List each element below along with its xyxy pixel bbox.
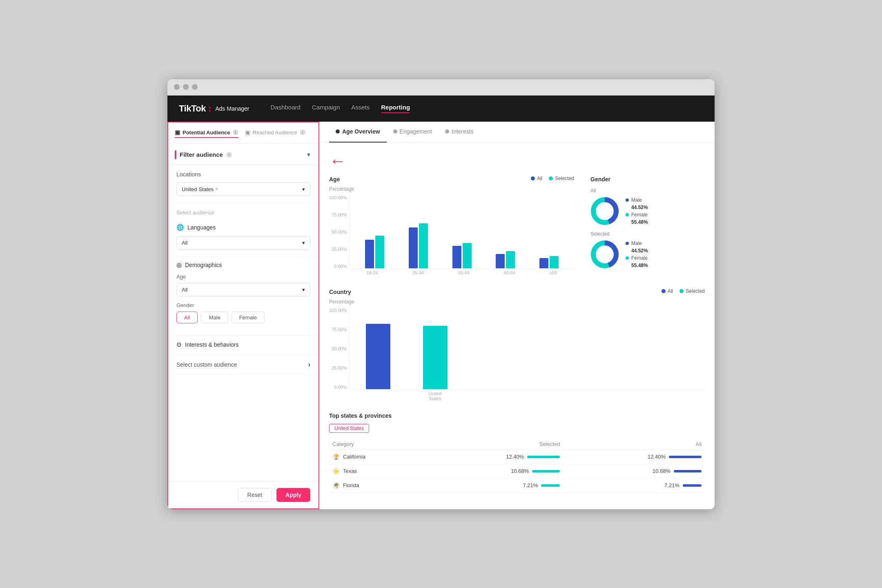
flag-california: 🏆 (332, 453, 340, 461)
bar-selected-55 (550, 256, 559, 268)
bar-selected-18-24 (375, 236, 384, 268)
bar-all-55 (539, 258, 548, 268)
x-label-18-24: 18-24 (366, 270, 378, 275)
male-pct-selected: 44.52% (631, 248, 648, 254)
reached-info-icon[interactable]: i (300, 129, 305, 135)
gender-all-label: All (590, 188, 705, 194)
x-label-35-44: 35-44 (458, 270, 470, 275)
gender-all-button[interactable]: All (176, 312, 198, 323)
bar-all-25-34 (409, 227, 418, 268)
female-pct-selected: 55.48% (631, 263, 648, 268)
tab-reached-audience[interactable]: ▣ Reached Audience i (245, 127, 305, 138)
interests-header[interactable]: ⊙ Interests & behaviors (176, 341, 310, 348)
demographics-header: ◎ Demographics (176, 261, 310, 269)
legend-all: All (531, 176, 542, 181)
potential-info-icon[interactable]: i (233, 129, 238, 135)
gender-sub-section: Gender All Male Female (176, 302, 310, 323)
age-dropdown[interactable]: All ▾ (176, 283, 310, 296)
content-tabs: Age Overview Engagement Interests (319, 122, 715, 143)
country-chart-area: Country All Selected Percen (329, 288, 705, 401)
male-dot-all (626, 198, 629, 202)
sidebar-footer: Reset Apply (168, 481, 318, 508)
states-tag[interactable]: United States (329, 424, 369, 433)
bar-all-18-24 (365, 240, 374, 268)
bar-selected-45-54 (506, 251, 515, 268)
sidebar: ▣ Potential Audience i ▣ Reached Audienc… (167, 122, 319, 509)
country-chart-title: Country (329, 289, 351, 295)
gender-female-button[interactable]: Female (232, 312, 265, 323)
gender-all-donut-row: Male 44.52% Female 55.48% (590, 197, 705, 225)
bar-group-18-24 (353, 236, 396, 268)
nav-reporting[interactable]: Reporting (381, 104, 410, 113)
country-x-axis: United States (349, 390, 705, 401)
languages-dropdown[interactable]: All ▾ (176, 236, 310, 249)
age-chart-title: Age (329, 176, 340, 183)
col-category: Category (329, 439, 422, 450)
filter-info-icon[interactable]: i (226, 152, 232, 158)
bar-group-25-34 (396, 223, 440, 268)
gender-male-button[interactable]: Male (201, 312, 228, 323)
legend-female-selected: Female (626, 255, 648, 261)
female-pct-all: 55.48% (631, 219, 648, 225)
nav-bar: TikTok : Ads Manager Dashboard Campaign … (167, 96, 715, 122)
x-label-55: ≥55 (550, 270, 557, 275)
gender-buttons: All Male Female (176, 312, 310, 323)
location-chevron-icon: ▾ (302, 186, 305, 192)
tab-dot-engagement (393, 129, 397, 134)
main-content: Age Overview Engagement Interests ← (319, 122, 715, 509)
locations-section: Locations United States × ▾ (168, 165, 318, 203)
tab-interests[interactable]: Interests (439, 122, 480, 143)
select-audience-label: Select audience (168, 203, 318, 219)
age-gender-charts-row: Age All Selected (329, 176, 705, 275)
donut-selected (590, 240, 619, 269)
nav-dashboard[interactable]: Dashboard (270, 104, 300, 113)
age-chart-section: Age All Selected (329, 176, 574, 275)
y-label-75: 75.00% (329, 212, 347, 217)
bar-group-55 (527, 256, 571, 268)
female-dot-all (626, 213, 629, 216)
tab-potential-audience[interactable]: ▣ Potential Audience i (175, 127, 238, 138)
custom-audience-section[interactable]: Select custom audience › (168, 355, 318, 374)
location-remove-icon[interactable]: × (215, 186, 218, 192)
table-row: 🏆 California 12.40% (329, 450, 705, 464)
progress-texas-selected: 10.68% (511, 468, 560, 474)
monitor2-icon: ▣ (245, 129, 250, 136)
logo: TikTok : Ads Manager (179, 103, 249, 114)
demographics-title: Demographics (185, 262, 222, 268)
country-bar-group-selected (423, 326, 448, 389)
bar-selected-25-34 (419, 223, 428, 268)
tab-dot-interests (445, 129, 449, 134)
sidebar-tabs: ▣ Potential Audience i ▣ Reached Audienc… (168, 122, 318, 144)
tab-engagement[interactable]: Engagement (387, 122, 439, 143)
globe-icon: 🌐 (176, 224, 184, 231)
nav-assets[interactable]: Assets (351, 104, 370, 113)
state-california: 🏆 California (329, 450, 422, 464)
filter-chevron-icon[interactable]: ▾ (307, 151, 310, 158)
bar-florida-all (683, 484, 702, 487)
tab-dot-overview (336, 129, 340, 134)
apply-button[interactable]: Apply (276, 488, 310, 502)
location-select[interactable]: United States × ▾ (176, 183, 310, 196)
demographics-icon: ◎ (176, 261, 182, 269)
state-texas: ⭐ Texas (329, 464, 422, 478)
bar-texas-selected (532, 470, 560, 472)
legend-selected: Selected (549, 176, 574, 181)
country-legend-all-dot (662, 289, 666, 293)
bar-all-35-44 (452, 246, 461, 268)
nav-links: Dashboard Campaign Assets Reporting (270, 104, 410, 113)
custom-audience-chevron-icon: › (308, 361, 310, 368)
age-chart-wrapper: 100.00% 75.00% 50.00% 25.00% 0.00% (329, 195, 574, 275)
country-chart-wrapper: 100.00% 75.00% 50.00% 25.00% 0.00% (329, 308, 705, 401)
filter-header: Filter audience i ▾ (168, 144, 318, 165)
bar-group-35-44 (440, 243, 484, 268)
tab-age-overview[interactable]: Age Overview (329, 122, 387, 143)
country-bar-group-all (366, 324, 390, 389)
gender-selected-label: Selected (590, 231, 705, 237)
age-chart-subtitle: Percentage (329, 186, 574, 192)
y-label-100: 100.00% (329, 195, 347, 200)
age-bar-chart (349, 195, 574, 269)
gender-all-legend: Male 44.52% Female 55.48% (626, 197, 648, 225)
nav-campaign[interactable]: Campaign (312, 104, 340, 113)
reset-button[interactable]: Reset (238, 488, 272, 502)
country-chart-sub: Percentage (329, 299, 705, 305)
